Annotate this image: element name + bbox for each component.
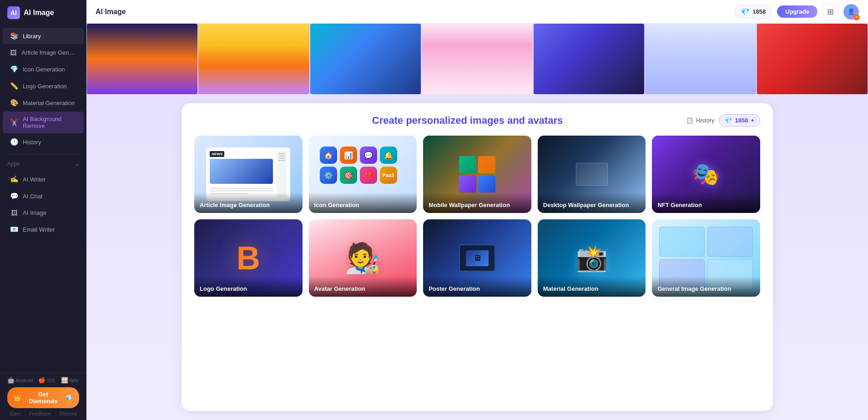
- banner-strip: [86, 24, 868, 94]
- card-label-general: General Image Generation: [652, 276, 760, 297]
- logo-b-letter: B: [237, 239, 260, 277]
- banner-image-4: [422, 24, 532, 94]
- apps-section-label[interactable]: Apps ⌄: [0, 158, 86, 169]
- card-label-avatar: Avatar Generation: [309, 276, 417, 297]
- topbar: AI Image 💎 1858 Upgrade ⊞ 👤 ×: [86, 0, 868, 24]
- material-gen-icon: 🎨: [10, 99, 18, 107]
- sidebar-item-icon-gen[interactable]: 💎 Icon Generation: [3, 61, 84, 77]
- card-label-article: Article Image Generation: [194, 192, 303, 213]
- diamond-count-badge: 💎 1858: [735, 5, 772, 18]
- card-poster-gen[interactable]: 🖥 Poster Generation: [423, 219, 531, 297]
- banner-image-3: [310, 24, 421, 94]
- footer-links: Earn | Feedback | Discord: [7, 411, 79, 416]
- sidebar-item-label: Icon Generation: [23, 66, 65, 73]
- email-writer-icon: 📧: [10, 225, 18, 233]
- banner-image-5: [534, 24, 644, 94]
- card-label-mobile-wallpaper: Mobile Wallpaper Generation: [423, 192, 531, 213]
- grid-icon: ⊞: [827, 7, 834, 17]
- sidebar: AI AI Image 📚 Library 🖼 Article Image Ge…: [0, 0, 86, 420]
- generation-grid: NEWS: [194, 136, 760, 297]
- upgrade-button[interactable]: Upgrade: [777, 5, 818, 18]
- library-icon: 📚: [10, 32, 18, 40]
- user-avatar[interactable]: 👤 ×: [843, 4, 859, 20]
- sidebar-item-ai-image[interactable]: 🖼 AI Image: [3, 205, 84, 221]
- card-logo-gen[interactable]: B Logo Generation: [194, 219, 303, 297]
- banner-image-7: [757, 24, 868, 94]
- ai-image-icon: 🖼: [10, 209, 18, 217]
- ai-writer-icon: ✍️: [10, 175, 18, 183]
- win-platform[interactable]: 🪟 Win: [61, 377, 78, 384]
- sidebar-item-label: History: [23, 139, 41, 146]
- history-btn-icon: 📋: [686, 117, 693, 124]
- app-logo[interactable]: AI AI Image: [0, 0, 86, 25]
- android-platform[interactable]: 🤖 Android: [7, 377, 33, 384]
- feedback-link[interactable]: Feedback: [29, 411, 51, 416]
- card-icon-gen[interactable]: 🏠 📊 💬 🔔 ⚙️ 🎯 ❤️ PaaS Icon Generation: [309, 136, 417, 213]
- collapse-icon: ⌄: [75, 161, 79, 167]
- credits-button[interactable]: 💎 1858 +: [719, 114, 760, 127]
- card-label-nft: NFT Generation: [652, 192, 760, 213]
- platform-links: 🤖 Android 🍎 iOS 🪟 Win: [7, 377, 79, 384]
- sidebar-nav: 📚 Library 🖼 Article Image Generati... 💎 …: [0, 25, 86, 373]
- sidebar-item-material-gen[interactable]: 🎨 Material Generation: [3, 95, 84, 111]
- sidebar-item-ai-chat[interactable]: 💬 AI Chat: [3, 188, 84, 204]
- apple-icon: 🍎: [38, 377, 45, 384]
- logo-gen-icon: ✏️: [10, 82, 18, 90]
- sidebar-item-logo-gen[interactable]: ✏️ Logo Generation: [3, 78, 84, 94]
- page-title: AI Image: [96, 8, 126, 16]
- card-nft-gen[interactable]: 🎭 NFT Generation: [652, 136, 760, 213]
- banner-image-2: [198, 24, 309, 94]
- card-article-image-gen[interactable]: NEWS: [194, 136, 303, 213]
- ai-chat-icon: 💬: [10, 192, 18, 200]
- discord-link[interactable]: Discord: [60, 411, 76, 416]
- main-content: AI Image 💎 1858 Upgrade ⊞ 👤 ×: [86, 0, 868, 420]
- notification-badge: ×: [853, 14, 860, 20]
- history-button[interactable]: 📋 History: [686, 117, 714, 124]
- diamond-icon: 💎: [741, 7, 750, 16]
- card-mobile-wallpaper[interactable]: Mobile Wallpaper Generation: [423, 136, 531, 213]
- sidebar-item-label: Material Generation: [23, 100, 75, 106]
- card-label-logo: Logo Generation: [194, 276, 303, 297]
- icon-item: ⚙️: [320, 167, 337, 184]
- card-avatar-gen[interactable]: 🧑‍🎨 Avatar Generation: [309, 219, 417, 297]
- credits-diamond-icon: 💎: [725, 117, 732, 124]
- get-diamonds-button[interactable]: 👑 Get Diamonds 💎: [7, 387, 79, 408]
- card-label-icon: Icon Generation: [309, 192, 417, 213]
- card-label-poster: Poster Generation: [423, 276, 531, 297]
- earn-link[interactable]: Earn: [10, 411, 20, 416]
- sidebar-item-label: Logo Generation: [23, 83, 67, 90]
- banner-image-6: [645, 24, 756, 94]
- icon-item: 🔔: [380, 147, 397, 164]
- history-icon: 🕐: [10, 138, 18, 146]
- content-area: Create personalized images and avatars 📋…: [86, 94, 868, 420]
- main-card: Create personalized images and avatars 📋…: [182, 103, 773, 411]
- diamond-sparkle-icon: 💎: [66, 395, 73, 401]
- crown-icon: 👑: [14, 395, 21, 401]
- card-label-material: Material Generation: [538, 276, 646, 297]
- app-name: AI Image: [24, 9, 54, 17]
- topbar-actions: 💎 1858 Upgrade ⊞ 👤 ×: [735, 4, 859, 20]
- sidebar-item-label: Article Image Generati...: [21, 49, 76, 56]
- sidebar-item-email-writer[interactable]: 📧 Email Writer: [3, 221, 84, 238]
- sidebar-item-article-image[interactable]: 🖼 Article Image Generati...: [3, 45, 84, 61]
- sidebar-item-library[interactable]: 📚 Library: [3, 28, 84, 44]
- card-desktop-wallpaper[interactable]: Desktop Wallpaper Generation: [538, 136, 646, 213]
- card-header: Create personalized images and avatars 📋…: [194, 114, 760, 127]
- bg-remove-icon: ✂️: [10, 118, 18, 127]
- sidebar-divider: [7, 154, 79, 154]
- icon-item: ❤️: [360, 167, 377, 184]
- sidebar-item-history[interactable]: 🕐 History: [3, 134, 84, 150]
- sidebar-item-label: Email Writer: [23, 226, 55, 233]
- card-header-actions: 📋 History 💎 1858 +: [686, 114, 760, 127]
- ios-platform[interactable]: 🍎 iOS: [38, 377, 55, 384]
- sidebar-footer: 🤖 Android 🍎 iOS 🪟 Win 👑 Get Diamonds 💎 E…: [0, 373, 86, 420]
- windows-icon: 🪟: [61, 377, 68, 384]
- sidebar-item-label: Library: [23, 33, 41, 40]
- card-general-image-gen[interactable]: General Image Generation: [652, 219, 760, 297]
- icon-item: 📊: [340, 147, 357, 164]
- sidebar-item-ai-writer[interactable]: ✍️ AI Writer: [3, 171, 84, 187]
- grid-view-button[interactable]: ⊞: [823, 4, 838, 20]
- card-material-gen[interactable]: 📸 Material Generation: [538, 219, 646, 297]
- avatar-initial: 👤: [848, 8, 855, 15]
- sidebar-item-bg-remove[interactable]: ✂️ AI Background Remove: [3, 111, 84, 133]
